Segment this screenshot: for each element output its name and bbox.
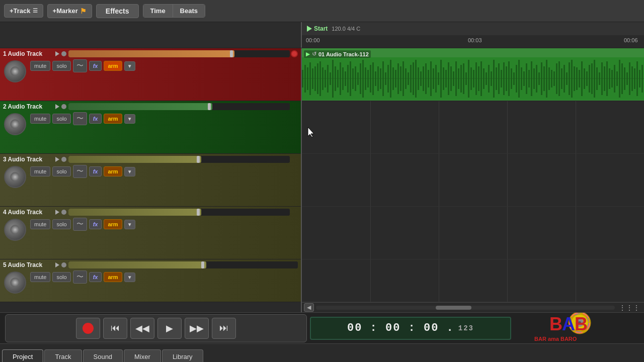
track-3-volume-slider[interactable] — [68, 156, 290, 163]
track-2-wave-button[interactable]: 〜 — [73, 112, 87, 125]
track-2-fx-button[interactable]: fx — [89, 114, 102, 124]
track-3-mute-button[interactable]: mute — [30, 166, 50, 176]
track-2-dropdown-button[interactable]: ▼ — [124, 114, 135, 124]
track-1-controls: mute solo 〜 fx arm ▼ — [0, 58, 301, 75]
tab-library[interactable]: Library — [162, 349, 203, 362]
record-button[interactable] — [76, 318, 100, 339]
play-button[interactable]: ▶ — [157, 318, 182, 339]
track-1-fx-button[interactable]: fx — [89, 61, 102, 71]
track-3-fx-button[interactable]: fx — [89, 166, 102, 176]
tab-project[interactable]: Project — [2, 349, 43, 362]
track-2-volume-slider[interactable] — [68, 103, 290, 110]
fast-forward-button[interactable]: ▶▶ — [185, 318, 209, 339]
timeline-track-4[interactable] — [302, 207, 644, 259]
track-4-solo-button[interactable]: solo — [52, 219, 70, 229]
svg-rect-46 — [413, 62, 414, 95]
track-5-volume-slider[interactable] — [68, 261, 298, 268]
track-2-play-icon[interactable] — [55, 104, 59, 109]
transport-controls: ⏮ ◀◀ ▶ ▶▶ ⏭ — [5, 314, 307, 342]
mouse-cursor-icon — [306, 126, 318, 138]
add-track-button[interactable]: +Track ☰ — [4, 4, 43, 18]
track-3-dropdown-button[interactable]: ▼ — [124, 167, 135, 176]
svg-rect-85 — [511, 68, 512, 89]
svg-rect-42 — [403, 61, 404, 96]
track-1-play-icon[interactable] — [55, 51, 59, 56]
rewind-button[interactable]: ◀◀ — [130, 318, 154, 339]
track-1-solo-button[interactable]: solo — [52, 61, 70, 71]
track-3-label: 3 Audio Track — [3, 156, 53, 163]
bottom-tabs: Project Track Sound Mixer Library — [0, 343, 644, 362]
effects-button[interactable]: Effects — [96, 4, 139, 18]
track-3-arm-button[interactable]: arm — [104, 166, 122, 176]
horizontal-scrollbar[interactable] — [316, 306, 615, 310]
svg-rect-128 — [619, 60, 620, 98]
track-5-play-icon[interactable] — [55, 262, 59, 267]
rewind-to-start-button[interactable]: ⏮ — [103, 318, 127, 339]
start-indicator: Start — [307, 25, 328, 32]
track-5-dropdown-button[interactable]: ▼ — [124, 273, 135, 282]
svg-rect-39 — [395, 70, 396, 87]
timeline-grid-2 — [302, 101, 644, 153]
tracks-panel: 1 Audio Track mute solo 〜 fx arm — [0, 48, 302, 312]
svg-rect-100 — [548, 67, 550, 90]
svg-rect-31 — [375, 71, 376, 86]
track-1-wave-button[interactable]: 〜 — [73, 59, 87, 72]
track-4-mute-button[interactable]: mute — [30, 219, 50, 229]
track-3-play-icon[interactable] — [55, 157, 59, 162]
svg-rect-10 — [322, 67, 324, 90]
tab-sound[interactable]: Sound — [83, 349, 123, 362]
track-5-arm-button[interactable]: arm — [104, 272, 122, 282]
track-4-arm-button[interactable]: arm — [104, 219, 122, 229]
track-5-solo-button[interactable]: solo — [52, 272, 70, 282]
transport-bar: ⏮ ◀◀ ▶ ▶▶ ⏭ 00 : 00 : 00 . 123 B — [0, 312, 644, 343]
track-1-mute-button[interactable]: mute — [30, 61, 50, 71]
svg-rect-47 — [415, 60, 417, 98]
timeline-track-5[interactable] — [302, 259, 644, 302]
timeline-track-2[interactable] — [302, 101, 644, 154]
svg-rect-66 — [463, 63, 464, 94]
svg-rect-90 — [523, 71, 525, 86]
track-3-solo-button[interactable]: solo — [52, 166, 70, 176]
track-4-wave-button[interactable]: 〜 — [73, 218, 87, 231]
scroll-thumb[interactable] — [436, 306, 471, 310]
svg-rect-92 — [528, 70, 530, 87]
time-beats-group: Time Beats — [143, 4, 206, 18]
track-4-volume-slider[interactable] — [68, 209, 290, 216]
svg-rect-3 — [304, 65, 306, 93]
track-1-pan-knob[interactable] — [291, 50, 298, 57]
svg-rect-44 — [408, 72, 409, 85]
timeline-track-1[interactable]: ▶ ↺ 01 Audio Track-112 — [302, 48, 644, 101]
track-5-wave-button[interactable]: 〜 — [73, 270, 87, 284]
add-marker-label: +Marker — [53, 7, 78, 15]
timeline-track-3[interactable] — [302, 154, 644, 207]
svg-rect-28 — [367, 70, 369, 87]
track-2-vol-area — [55, 103, 298, 110]
tab-track[interactable]: Track — [44, 349, 82, 362]
track-1-arm-button[interactable]: arm — [104, 61, 122, 71]
track-4-fx-button[interactable]: fx — [89, 219, 102, 229]
track-2-icon — [4, 113, 26, 135]
track-2-mute-button[interactable]: mute — [30, 114, 50, 124]
scroll-left-button[interactable]: ◀ — [304, 303, 314, 312]
track-2-arm-button[interactable]: arm — [104, 114, 122, 124]
track-5-label: 5 Audio Track — [3, 261, 53, 268]
svg-rect-88 — [518, 60, 520, 98]
track-5-mute-button[interactable]: mute — [30, 272, 50, 282]
beats-button[interactable]: Beats — [173, 5, 205, 17]
track-2-solo-button[interactable]: solo — [52, 114, 70, 124]
add-marker-button[interactable]: +Marker ⚑ — [47, 4, 92, 18]
track-3-controls: mute solo 〜 fx arm ▼ — [0, 164, 301, 181]
track-4-play-icon[interactable] — [55, 210, 59, 215]
record-icon — [83, 323, 94, 334]
tab-mixer[interactable]: Mixer — [124, 349, 161, 362]
svg-rect-70 — [473, 70, 474, 87]
time-button[interactable]: Time — [143, 5, 173, 17]
track-1-volume-slider[interactable] — [68, 50, 290, 57]
track-5-fx-button[interactable]: fx — [89, 272, 102, 282]
track-1-top: 1 Audio Track — [0, 48, 301, 58]
track-1-dropdown-button[interactable]: ▼ — [124, 61, 135, 71]
track-4-dropdown-button[interactable]: ▼ — [124, 220, 135, 229]
track-3-wave-button[interactable]: 〜 — [73, 165, 87, 178]
svg-rect-17 — [340, 62, 341, 95]
skip-to-end-button[interactable]: ⏭ — [212, 318, 236, 339]
